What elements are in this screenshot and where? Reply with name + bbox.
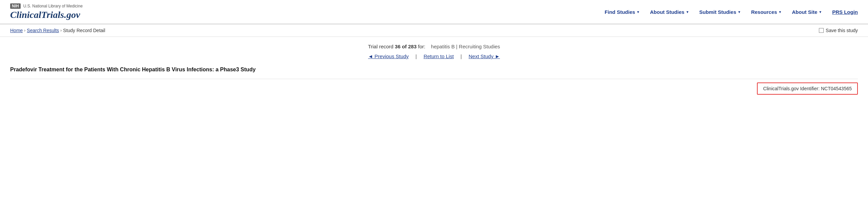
nav-about-studies[interactable]: About Studies ▼	[650, 9, 689, 15]
nav-sep-2: |	[460, 53, 462, 59]
identifier-box: ClinicalTrials.gov Identifier: NCT045435…	[757, 82, 858, 95]
save-study-label: Save this study	[826, 28, 858, 33]
identifier-value: NCT04543565	[821, 86, 852, 91]
main-nav: Find Studies ▼ About Studies ▼ Submit St…	[605, 9, 858, 15]
breadcrumb-sep-2: ›	[60, 28, 62, 33]
breadcrumb-search-results[interactable]: Search Results	[27, 28, 59, 33]
nav-submit-studies[interactable]: Submit Studies ▼	[699, 9, 741, 15]
previous-study-link[interactable]: ◄ Previous Study	[368, 53, 409, 59]
chevron-down-icon: ▼	[636, 10, 640, 14]
org-name: U.S. National Library of Medicine	[23, 4, 83, 8]
nih-badge: NIH	[10, 3, 21, 9]
record-number: 36 of 283	[395, 44, 416, 49]
nav-resources[interactable]: Resources ▼	[751, 9, 782, 15]
chevron-down-icon: ▼	[778, 10, 782, 14]
logo-section: NIH U.S. National Library of Medicine Cl…	[10, 3, 83, 20]
chevron-down-icon: ▼	[738, 10, 741, 14]
bottom-section: ClinicalTrials.gov Identifier: NCT045435…	[10, 79, 858, 95]
study-title: Pradefovir Treatment for the Patients Wi…	[10, 66, 858, 73]
nav-prs-login[interactable]: PRS Login	[832, 9, 858, 15]
nav-sep-1: |	[415, 53, 417, 59]
breadcrumb-home[interactable]: Home	[10, 28, 23, 33]
chevron-down-icon: ▼	[819, 10, 822, 14]
save-study-control[interactable]: Save this study	[819, 28, 858, 33]
main-content: Trial record 36 of 283 for: hepatitis B …	[0, 37, 868, 101]
for-label: for:	[418, 44, 430, 49]
logo-top: NIH U.S. National Library of Medicine	[10, 3, 83, 9]
site-title[interactable]: ClinicalTrials.gov	[10, 9, 83, 20]
study-navigation: ◄ Previous Study | Return to List | Next…	[10, 53, 858, 59]
search-query: hepatitis B | Recruiting Studies	[431, 44, 500, 49]
site-header: NIH U.S. National Library of Medicine Cl…	[0, 0, 868, 24]
breadcrumb-current: Study Record Detail	[63, 28, 105, 33]
nav-about-site[interactable]: About Site ▼	[792, 9, 822, 15]
breadcrumb-sep-1: ›	[24, 28, 25, 33]
save-study-checkbox[interactable]	[819, 28, 824, 33]
next-study-link[interactable]: Next Study ►	[469, 53, 500, 59]
nav-find-studies[interactable]: Find Studies ▼	[605, 9, 640, 15]
identifier-label: ClinicalTrials.gov Identifier:	[763, 86, 820, 91]
trial-record-info: Trial record 36 of 283 for: hepatitis B …	[10, 44, 858, 49]
breadcrumb: Home › Search Results › Study Record Det…	[10, 28, 105, 33]
return-to-list-link[interactable]: Return to List	[424, 53, 454, 59]
record-text: Trial record	[368, 44, 393, 49]
breadcrumb-bar: Home › Search Results › Study Record Det…	[0, 24, 868, 37]
chevron-down-icon: ▼	[686, 10, 689, 14]
